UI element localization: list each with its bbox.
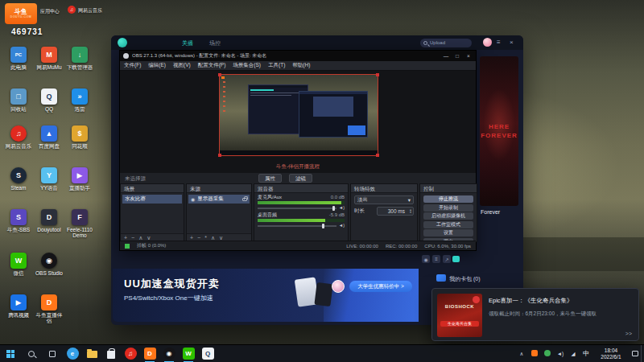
desktop-icon-this-pc[interactable]: PC 此电脑 bbox=[5, 47, 32, 70]
desktop-icon-download-manager[interactable]: ↓ 下载管理器 bbox=[66, 47, 93, 70]
volume-icon[interactable]: ◄) bbox=[554, 351, 567, 356]
source-item[interactable]: ◉ 显示器采集 bbox=[188, 195, 250, 204]
lock-icon[interactable] bbox=[242, 198, 247, 201]
menu-icon[interactable]: ≡ bbox=[497, 39, 501, 47]
user-avatar[interactable] bbox=[483, 38, 492, 47]
volume-slider[interactable] bbox=[258, 208, 336, 209]
taskbar-qq[interactable]: Q bbox=[198, 345, 217, 362]
danmu-list-icon[interactable]: ≡ bbox=[432, 255, 440, 263]
companion-close-icon[interactable]: × bbox=[510, 39, 514, 47]
desktop-icon-tencent-video[interactable]: ▶ 腾讯视频 bbox=[5, 294, 32, 318]
nav-stop-stream[interactable]: 关播 bbox=[182, 39, 193, 47]
virtual-camera-button[interactable]: 启动虚拟摄像机 bbox=[423, 212, 473, 220]
start-button[interactable] bbox=[0, 345, 21, 362]
uu-accelerator-ad[interactable]: UU加速盒现货开卖 PS4/Switch/Xbox One一键加速 大学生优惠特… bbox=[113, 269, 419, 322]
taskbar-clock[interactable]: 18:04 2022/6/1 bbox=[592, 348, 630, 360]
overlay-app-label: 应用中心 bbox=[40, 8, 60, 15]
taskbar-store[interactable] bbox=[101, 345, 121, 362]
desktop-icon-live-helper[interactable]: ▶ 直播助手 bbox=[66, 167, 93, 191]
obs-window: OBS 27.1.3 (64-bit, windows) - 配置文件: 未命名… bbox=[119, 50, 477, 251]
desktop-icon-yy[interactable]: Y YY语音 bbox=[35, 167, 63, 191]
action-center-button[interactable] bbox=[630, 351, 641, 356]
desktop-icon-qq[interactable]: Q QQ bbox=[35, 88, 63, 112]
tray-chevron-icon[interactable]: ∧ bbox=[515, 351, 528, 357]
desktop-icon-ths[interactable]: $ 同花顺 bbox=[66, 125, 93, 149]
speaker-icon[interactable]: ◄) bbox=[339, 205, 345, 211]
student-discount-button[interactable]: 大学生优惠特价中 > bbox=[349, 281, 412, 292]
studio-mode-button[interactable]: 工作室模式 bbox=[423, 221, 473, 228]
taskbar-douyu[interactable]: D bbox=[140, 345, 159, 362]
search-input[interactable] bbox=[430, 40, 469, 45]
desktop-icon-feele-demo[interactable]: F Feele-1110 Demo bbox=[66, 209, 93, 238]
start-recording-button[interactable]: 开始录制 bbox=[423, 204, 473, 212]
visibility-eye-icon[interactable]: ◉ bbox=[191, 196, 195, 202]
properties-button[interactable]: 属性 bbox=[258, 174, 282, 183]
scene-item[interactable]: 水友比赛 bbox=[122, 195, 182, 204]
desktop-icon-thunder[interactable]: » 迅雷 bbox=[66, 88, 93, 112]
obs-preview-canvas: 斗鱼-伴侣开播流程 bbox=[120, 71, 476, 173]
desktop-icon-steam[interactable]: S Steam bbox=[5, 167, 32, 191]
desktop-icon-douyu-sbs[interactable]: S 斗鱼-SBS bbox=[5, 209, 32, 232]
taskbar-edge[interactable]: e bbox=[63, 345, 82, 362]
sources-dock: 来源 ◉ 显示器采集 + − * ∧ ∨ bbox=[186, 183, 252, 242]
stop-streaming-button[interactable]: 停止推流 bbox=[423, 195, 473, 203]
filters-button[interactable]: 滤镜 bbox=[289, 174, 312, 183]
volume-slider[interactable] bbox=[258, 225, 336, 227]
nav-console[interactable]: 场控 bbox=[209, 39, 221, 47]
poster-title-line1: HERE bbox=[489, 123, 510, 130]
desktop-icon-obs[interactable]: ◉ OBS Studio bbox=[35, 253, 63, 276]
companion-search[interactable] bbox=[420, 39, 472, 47]
display-capture-source[interactable] bbox=[220, 75, 378, 155]
desktop-icon-recycle-bin[interactable]: □ 回收站 bbox=[5, 88, 32, 112]
selection-handle[interactable] bbox=[376, 154, 379, 157]
menu-profile[interactable]: 配置文件(P) bbox=[198, 62, 226, 69]
spin-down-icon[interactable]: ▾ bbox=[410, 211, 411, 214]
network-icon[interactable]: ◢ bbox=[567, 351, 580, 357]
desktop-icon-douyutool[interactable]: D Douyutool bbox=[35, 209, 63, 232]
desktop-icon-douyu-companion[interactable]: D 斗鱼直播伴侣 bbox=[35, 294, 63, 323]
show-desktop-button[interactable] bbox=[641, 345, 644, 362]
toast-more-link[interactable]: >> bbox=[625, 331, 632, 336]
mixer-channel-mic: 麦克风/Aux 0.0 dB ◄) bbox=[258, 195, 345, 211]
transition-select[interactable]: 淡出 ▾ bbox=[354, 195, 414, 204]
danmu-settings-icon[interactable]: ◉ bbox=[422, 255, 430, 263]
menu-view[interactable]: 视图(V) bbox=[173, 62, 191, 69]
douyu-tray-icon[interactable] bbox=[528, 350, 541, 357]
security-shield-icon[interactable] bbox=[541, 350, 554, 357]
menu-edit[interactable]: 编辑(E) bbox=[148, 62, 166, 69]
close-button[interactable]: × bbox=[464, 53, 473, 59]
companion-titlebar[interactable]: 关播 场控 ≡ × bbox=[111, 35, 523, 50]
task-view-button[interactable] bbox=[42, 345, 63, 362]
menu-help[interactable]: 帮助(H) bbox=[292, 62, 310, 69]
danmu-popout-icon[interactable]: ↗ bbox=[443, 255, 451, 263]
maximize-button[interactable]: □ bbox=[453, 53, 461, 59]
qq-icon: Q bbox=[202, 348, 214, 360]
taskbar-obs[interactable]: ◉ bbox=[159, 345, 179, 362]
douyutool-icon: D bbox=[41, 209, 57, 225]
desktop-icon-mumu[interactable]: M 网易MuMu bbox=[35, 47, 63, 70]
selection-handle[interactable] bbox=[218, 73, 221, 76]
taskbar-netease-music[interactable]: ♫ bbox=[121, 345, 140, 362]
selection-handle[interactable] bbox=[218, 154, 221, 157]
menu-scene-collection[interactable]: 场景集合(S) bbox=[233, 62, 261, 69]
menu-file[interactable]: 文件(F) bbox=[124, 62, 141, 69]
duration-spinner[interactable]: 300 ms ▴ ▾ bbox=[377, 207, 414, 216]
taskbar-explorer[interactable] bbox=[82, 345, 101, 362]
card-pack-label[interactable]: 我的卡包 (0) bbox=[449, 275, 481, 283]
selection-handle[interactable] bbox=[376, 73, 379, 76]
menu-tools[interactable]: 工具(T) bbox=[268, 62, 285, 69]
obs-icon: ◉ bbox=[41, 253, 57, 269]
minimize-button[interactable]: — bbox=[442, 53, 450, 59]
epic-free-game-toast[interactable]: BIOSHOCK 生化奇兵合集 Epic喜加一：《生化奇兵合集》 领取截止时间：… bbox=[431, 288, 639, 341]
taskbar-search-button[interactable] bbox=[21, 345, 42, 362]
game-promo-poster[interactable]: HERE FOREVER bbox=[480, 56, 518, 206]
desktop-icon-netease-music[interactable]: ♫ 网易云音乐 bbox=[5, 125, 32, 149]
taskbar-wechat[interactable]: W bbox=[179, 345, 198, 362]
speaker-icon[interactable]: ◄) bbox=[339, 223, 345, 228]
desktop-icon-wechat[interactable]: W 微信 bbox=[5, 253, 32, 276]
ime-indicator[interactable]: 中 bbox=[580, 349, 592, 358]
obs-titlebar[interactable]: OBS 27.1.3 (64-bit, windows) - 配置文件: 未命名… bbox=[120, 51, 476, 61]
settings-button[interactable]: 设置 bbox=[423, 229, 473, 237]
mini-taskbar bbox=[220, 150, 378, 155]
desktop-icon-baidu-pan[interactable]: ▲ 百度网盘 bbox=[35, 125, 63, 149]
